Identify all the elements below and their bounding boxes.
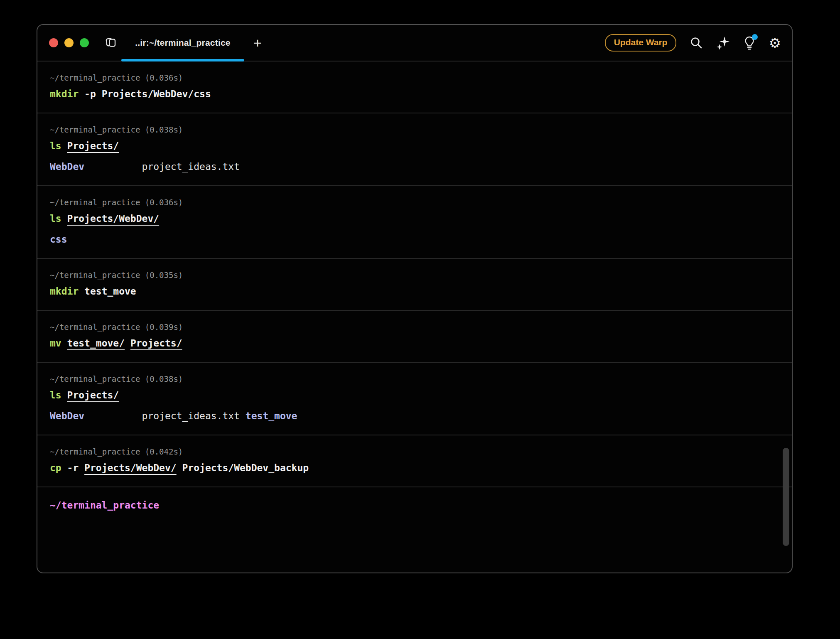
block-context: ~/terminal_practice (0.036s) [50,198,779,207]
token-plain [240,410,246,421]
header-controls: Update Warp [605,34,781,52]
window-header: ..ir:~/terminal_practice + Update Warp [37,25,792,61]
search-icon[interactable] [690,36,703,49]
terminal-window: ..ir:~/terminal_practice + Update Warp [37,24,793,573]
gear-icon[interactable]: ⚙ [769,36,781,50]
token-dir: WebDev [50,410,84,421]
token-dir: WebDev [50,161,84,172]
token-arg: -p Projects/WebDev/css [79,88,211,99]
tab-title: ..ir:~/terminal_practice [135,38,230,48]
command-line: ls Projects/WebDev/ [50,213,779,224]
command-block[interactable]: ~/terminal_practice (0.038s)ls Projects/… [37,113,792,186]
token-file: project_ideas.txt [142,161,240,172]
token-arg [125,338,130,349]
command-line: mv test_move/ Projects/ [50,338,779,349]
command-block[interactable]: ~/terminal_practice (0.038s)ls Projects/… [37,363,792,435]
token-arg: -r [61,462,84,473]
block-context: ~/terminal_practice (0.042s) [50,447,779,456]
prompt-line: ~/terminal_practice [50,500,159,511]
token-cmd: mkdir [50,286,79,297]
zoom-button[interactable] [80,38,89,47]
command-block[interactable]: ~/terminal_practice (0.036s)mkdir -p Pro… [37,61,792,113]
token-argu: Projects/ [130,338,182,349]
block-context: ~/terminal_practice (0.038s) [50,125,779,134]
token-file: project_ideas.txt [142,410,240,421]
command-line: cp -r Projects/WebDev/ Projects/WebDev_b… [50,462,779,473]
command-output: WebDev project_ideas.txt [50,161,779,172]
token-plain [84,410,142,421]
block-context: ~/terminal_practice (0.036s) [50,73,779,82]
token-arg: Projects/WebDev_backup [177,462,309,473]
command-block[interactable]: ~/terminal_practice (0.035s)mkdir test_m… [37,259,792,311]
minimize-button[interactable] [64,38,74,47]
token-argu: Projects/WebDev/ [67,213,160,224]
bookmarks-icon[interactable] [105,37,117,48]
terminal-content: ~/terminal_practice (0.036s)mkdir -p Pro… [37,61,792,573]
command-block[interactable]: ~/terminal_practice (0.036s)ls Projects/… [37,186,792,259]
token-arg: test_move [79,286,136,297]
command-output: css [50,234,779,245]
command-line: mkdir test_move [50,286,779,297]
command-line: ls Projects/ [50,390,779,401]
token-argu: test_move/ [67,338,125,349]
token-cmd: ls [50,140,67,151]
command-line: mkdir -p Projects/WebDev/css [50,88,779,99]
close-button[interactable] [49,38,58,47]
scrollbar-thumb[interactable] [783,448,789,546]
traffic-lights [49,38,89,47]
token-dir: test_move [246,410,297,421]
token-argu: Projects/ [67,390,119,401]
block-context: ~/terminal_practice (0.039s) [50,322,779,332]
gear-glyph: ⚙ [769,36,781,50]
block-context: ~/terminal_practice (0.038s) [50,374,779,383]
token-cmd: mv [50,338,67,349]
token-plain [84,161,142,172]
new-tab-button[interactable]: + [253,36,262,50]
token-argu: Projects/ [67,140,119,151]
prompt-block[interactable]: ~/terminal_practice [37,487,792,523]
command-block[interactable]: ~/terminal_practice (0.042s)cp -r Projec… [37,435,792,487]
notification-dot [752,34,758,40]
update-warp-button[interactable]: Update Warp [605,34,677,52]
token-cmd: ls [50,390,67,401]
sparkles-icon[interactable] [716,36,730,50]
token-cmd: ls [50,213,67,224]
command-line: ls Projects/ [50,140,779,151]
tab-terminal-practice[interactable]: ..ir:~/terminal_practice [120,25,245,61]
token-dir: css [50,234,67,245]
command-output: WebDev project_ideas.txt test_move [50,410,779,421]
command-block[interactable]: ~/terminal_practice (0.039s)mv test_move… [37,311,792,363]
token-argu: Projects/WebDev/ [84,462,177,473]
token-cmd: mkdir [50,88,79,99]
terminal-blocks: ~/terminal_practice (0.036s)mkdir -p Pro… [37,61,792,487]
block-context: ~/terminal_practice (0.035s) [50,270,779,280]
token-cmd: cp [50,462,61,473]
lightbulb-icon[interactable] [744,36,755,50]
